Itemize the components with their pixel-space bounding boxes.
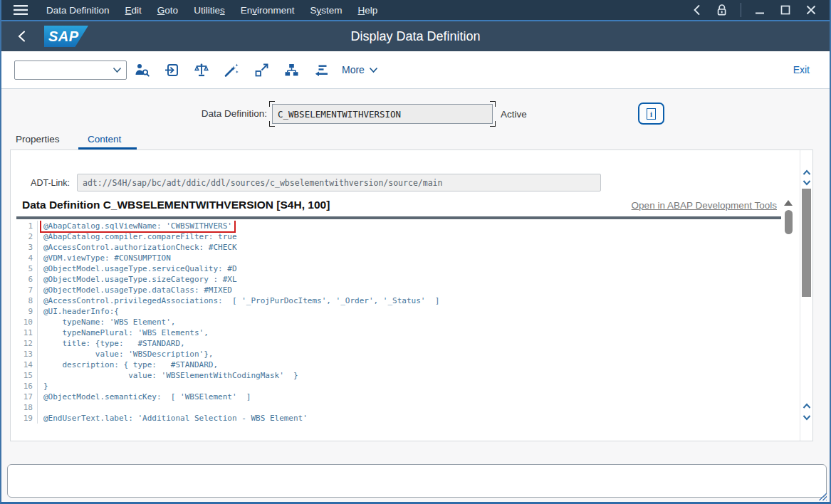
code-text: typeNamePlural: 'WBS Elements',	[41, 327, 211, 338]
pretty-printer-icon[interactable]	[216, 58, 246, 82]
code-text	[41, 402, 46, 413]
data-definition-field[interactable]	[272, 104, 493, 124]
line-number: 16	[16, 381, 38, 392]
more-button[interactable]: More	[342, 64, 378, 75]
code-text: @UI.headerInfo:{	[41, 306, 121, 317]
menu-item[interactable]: Data Definition	[38, 1, 117, 19]
code-text: @AccessControl.authorizationCheck: #CHEC…	[41, 242, 239, 253]
code-text: @ObjectModel.usageType.sizeCategory : #X…	[41, 274, 239, 285]
code-line: 12 title: {type: #STANDARD,	[16, 338, 781, 349]
panel-scrollbar[interactable]	[800, 150, 812, 441]
scroll-up-arrow-icon[interactable]	[784, 200, 793, 206]
content-panel: ADT-Link: Data Definition C_WBSELEMENTWI…	[10, 149, 813, 441]
command-input[interactable]	[19, 65, 113, 75]
window-controls	[689, 3, 830, 17]
scrollbar-thumb[interactable]	[785, 210, 793, 234]
app-header: SAP Display Data Definition	[1, 21, 830, 51]
check-scales-icon[interactable]	[187, 58, 216, 82]
code-line: 9 @UI.headerInfo:{	[16, 306, 781, 317]
splitter-bar[interactable]	[16, 216, 781, 219]
hierarchy-icon[interactable]	[276, 58, 306, 82]
line-number: 17	[16, 392, 38, 402]
code-line: 11 typeNamePlural: 'WBS Elements',	[16, 327, 781, 338]
code-text: @AccessControl.privilegedAssociations: […	[41, 295, 441, 306]
command-combobox[interactable]	[14, 61, 127, 80]
scroll-down-icon[interactable]	[800, 177, 813, 187]
scroll-down-icon[interactable]	[800, 412, 813, 422]
scroll-up-icon[interactable]	[800, 401, 813, 411]
code-text: @AbapCatalog.sqlViewName: 'CWBSWITHVERS'	[41, 221, 234, 231]
adt-link-field[interactable]	[77, 174, 601, 191]
exit-button[interactable]: Exit	[793, 64, 810, 75]
code-text: title: {type: #STANDARD,	[41, 338, 187, 349]
chevron-down-icon	[369, 67, 378, 73]
line-number: 15	[16, 370, 38, 381]
display-object-icon[interactable]	[127, 58, 157, 82]
line-number: 1	[16, 221, 38, 231]
selection-corner	[490, 121, 496, 127]
code-line: 16 }	[16, 381, 781, 392]
code-text: description: { type: #STANDARD,	[41, 359, 220, 370]
line-number: 6	[16, 274, 38, 285]
code-line: 5 @ObjectModel.usageType.serviceQuality:…	[16, 263, 781, 274]
line-number: 9	[16, 306, 38, 317]
code-text: @ObjectModel.usageType.dataClass: #MIXED	[41, 285, 234, 295]
document-title: Data Definition C_WBSELEMENTWITHVERSION …	[22, 199, 330, 211]
code-text: value: 'WBSDescription'},	[41, 349, 215, 359]
scrollbar-thumb[interactable]	[802, 189, 811, 297]
unlock-icon[interactable]	[715, 3, 729, 17]
line-number: 5	[16, 263, 38, 274]
code-text: @AbapCatalog.compiler.compareFilter: tru…	[41, 231, 239, 242]
open-in-adt-link[interactable]: Open in ABAP Development Tools	[632, 200, 777, 211]
code-line: 13 value: 'WBSDescription'},	[16, 349, 781, 359]
line-number: 12	[16, 338, 38, 349]
code-line: 6 @ObjectModel.usageType.sizeCategory : …	[16, 274, 781, 285]
chevron-down-icon[interactable]	[113, 67, 122, 73]
sort-icon[interactable]	[306, 58, 336, 82]
code-line: 4 @VDM.viewType: #CONSUMPTION	[16, 253, 781, 263]
code-line: 3 @AccessControl.authorizationCheck: #CH…	[16, 242, 781, 253]
status-message-box	[7, 464, 827, 498]
data-definition-input[interactable]	[273, 105, 492, 123]
scroll-up-icon[interactable]	[800, 167, 813, 177]
line-number: 19	[16, 413, 38, 424]
navigate-icon[interactable]	[157, 58, 187, 82]
resize-icon[interactable]	[246, 58, 276, 82]
minimize-icon[interactable]	[753, 3, 767, 17]
data-definition-label: Data Definition:	[149, 108, 267, 119]
back-chevron-icon[interactable]	[689, 3, 704, 17]
adt-link-input[interactable]	[78, 174, 600, 191]
maximize-icon[interactable]	[778, 3, 793, 17]
hamburger-menu-icon[interactable]	[10, 4, 31, 16]
line-number: 2	[16, 231, 38, 242]
sap-logo: SAP	[44, 26, 88, 47]
code-text: @ObjectModel.usageType.serviceQuality: #…	[41, 263, 239, 274]
code-line: 8 @AccessControl.privilegedAssociations:…	[16, 295, 781, 306]
close-icon[interactable]	[804, 3, 818, 17]
code-line: 7 @ObjectModel.usageType.dataClass: #MIX…	[16, 285, 781, 295]
info-button[interactable]: i	[638, 103, 664, 125]
tab-properties[interactable]: Properties	[16, 134, 60, 145]
menu-item[interactable]: Edit	[117, 1, 150, 19]
line-number: 8	[16, 295, 38, 306]
line-number: 7	[16, 285, 38, 295]
selection-corner	[269, 121, 275, 127]
code-line: 2 @AbapCatalog.compiler.compareFilter: t…	[16, 231, 781, 242]
adt-link-label: ADT-Link:	[20, 178, 70, 188]
back-icon[interactable]	[13, 28, 30, 45]
tab-content[interactable]: Content	[88, 134, 121, 145]
menu-item[interactable]: System	[302, 1, 350, 19]
code-text: @VDM.viewType: #CONSUMPTION	[41, 253, 173, 263]
code-viewer: 1 @AbapCatalog.sqlViewName: 'CWBSWITHVER…	[16, 221, 781, 424]
menu-item[interactable]: Help	[350, 1, 385, 19]
menu-item[interactable]: Utilities	[186, 1, 233, 19]
code-scrollbar[interactable]	[783, 197, 794, 411]
line-number: 13	[16, 349, 38, 359]
line-number: 18	[16, 402, 38, 413]
line-number: 14	[16, 359, 38, 370]
code-line: 1 @AbapCatalog.sqlViewName: 'CWBSWITHVER…	[16, 221, 781, 231]
code-text: typeName: 'WBS Element',	[41, 317, 177, 327]
info-icon: i	[647, 108, 656, 120]
menu-item[interactable]: Environment	[233, 1, 303, 19]
menu-item[interactable]: Goto	[150, 1, 186, 19]
